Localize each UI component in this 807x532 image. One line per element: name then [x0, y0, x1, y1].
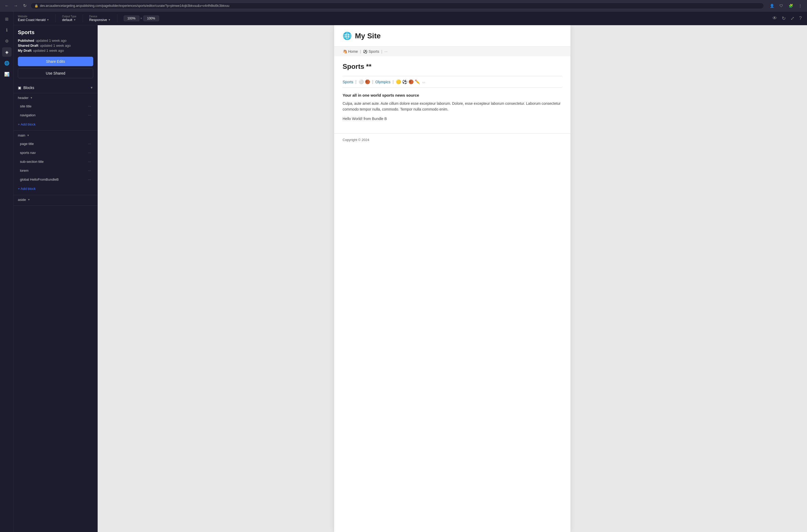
header-group-chevron-icon: ▼ — [30, 96, 33, 99]
share-edits-button[interactable]: Share Edits — [18, 57, 93, 66]
shared-draft-label: Shared Draft — [18, 43, 38, 48]
subsection-title: Your all in one world sports news source — [343, 93, 562, 97]
left-panel: Sports Published updated 1 week ago Shar… — [14, 25, 98, 532]
content-page-title: Sports ** — [343, 62, 562, 71]
page-name: Sports — [18, 30, 93, 35]
sports-nav-more[interactable]: ··· — [422, 80, 425, 84]
device-label: Device — [89, 15, 111, 18]
sports-nav-block[interactable]: sports nav ··· — [16, 148, 95, 157]
device-value[interactable]: Responsive ▼ — [89, 18, 111, 22]
aside-group-label: aside — [18, 198, 26, 202]
site-title-text: My Site — [355, 32, 381, 40]
width-input[interactable] — [124, 16, 139, 21]
sports-nav-link-sports[interactable]: Sports — [343, 80, 353, 84]
lorem-menu-icon[interactable]: ··· — [88, 168, 91, 172]
header-block-group: header ▼ site title ··· navigation ··· — [14, 93, 97, 131]
aside-group-header[interactable]: aside ▼ — [14, 195, 97, 203]
sub-section-title-block[interactable]: sub-section title ··· — [16, 157, 95, 166]
aside-group-chevron-icon: ▼ — [27, 198, 30, 201]
navigation-label: navigation — [20, 113, 35, 117]
blocks-section: ▣ Blocks ▼ header ▼ site title · — [14, 82, 97, 206]
website-value[interactable]: East Coast Herald ▼ — [18, 18, 49, 22]
sidebar-components-btn[interactable]: ◈ — [2, 47, 12, 57]
sports-nav-link-olympics[interactable]: Olympics — [376, 80, 391, 84]
sub-section-title-label: sub-section title — [20, 160, 43, 164]
sports-nav-menu-icon[interactable]: ··· — [88, 150, 91, 155]
device-selector[interactable]: Device Responsive ▼ — [89, 15, 111, 22]
olympics-icons-group: 🟡 ⚽ 🏀 ✏️ — [396, 79, 420, 84]
sports-icon-2: 🏀 — [365, 79, 370, 84]
shared-draft-status: Shared Draft updated 1 week ago — [18, 43, 93, 48]
home-icon: 🐴 — [343, 50, 347, 54]
aside-block-group: aside ▼ — [14, 195, 97, 206]
content-area: Sports Published updated 1 week ago Shar… — [14, 25, 807, 532]
main-add-block[interactable]: + Add block — [14, 185, 97, 193]
sub-section-title-menu-icon[interactable]: ··· — [88, 159, 91, 164]
global-hello-block[interactable]: global HelloFromBundleB ··· — [16, 175, 95, 184]
breadcrumb-sports-label: Sports — [369, 50, 379, 54]
site-title-menu-icon[interactable]: ··· — [88, 104, 91, 108]
page-info-section: Sports Published updated 1 week ago Shar… — [14, 25, 97, 82]
published-label: Published — [18, 39, 34, 42]
sidebar-analytics-btn[interactable]: 📊 — [2, 69, 12, 79]
shared-draft-value: updated 1 week ago — [40, 43, 71, 48]
output-type-value[interactable]: default ▼ — [62, 18, 76, 22]
global-hello-menu-icon[interactable]: ··· — [88, 177, 91, 182]
toolbar-actions: 👁 ↻ ⤢ ? — [771, 15, 803, 22]
use-shared-button[interactable]: Use Shared — [18, 68, 93, 78]
sports-nav-sep-2: | — [372, 80, 373, 84]
help-button[interactable]: ? — [798, 15, 803, 22]
refresh-preview-button[interactable]: ↻ — [781, 15, 787, 22]
shield-button[interactable]: 🛡 — [777, 2, 785, 10]
breadcrumb-more[interactable]: ··· — [384, 50, 387, 54]
my-draft-status: My Draft updated 1 week ago — [18, 49, 93, 53]
url-bar[interactable]: 🔒 dev.arcaudiencetargeting.arcpublishing… — [31, 3, 764, 9]
navigation-block[interactable]: navigation ··· — [16, 111, 95, 119]
lorem-text: Culpa, aute amet aute. Aute cillum dolor… — [343, 100, 562, 112]
main-add-block-label: + Add block — [18, 187, 36, 191]
sports-nav-label: sports nav — [20, 151, 36, 155]
header-add-block[interactable]: + Add block — [14, 120, 97, 128]
navigation-menu-icon[interactable]: ··· — [88, 113, 91, 117]
blocks-label: Blocks — [23, 86, 34, 90]
published-status: Published updated 1 week ago — [18, 39, 93, 42]
preview-area: 🌐 My Site 🐴 Home | ⚽ Sports — [98, 25, 807, 532]
main-group-chevron-icon: ▼ — [27, 134, 30, 137]
lock-icon: 🔒 — [34, 4, 38, 7]
output-type-label: Output Type — [62, 15, 76, 18]
sidebar-settings-btn[interactable]: ⚙ — [2, 36, 12, 46]
header-group-label: header — [18, 96, 28, 100]
lorem-block[interactable]: lorem ··· — [16, 166, 95, 175]
fullscreen-button[interactable]: ⤢ — [789, 15, 795, 22]
my-draft-label: My Draft — [18, 49, 32, 53]
sidebar-layout-btn[interactable]: ⊞ — [2, 14, 12, 24]
site-logo-icon: 🌐 — [343, 32, 352, 40]
site-title-block[interactable]: site title ··· — [16, 102, 95, 110]
output-chevron-icon: ▼ — [73, 18, 76, 21]
profile-button[interactable]: 👤 — [768, 2, 775, 10]
dimension-inputs: × — [124, 16, 159, 21]
output-type-selector[interactable]: Output Type default ▼ — [62, 15, 76, 22]
page-title-block[interactable]: page title ··· — [16, 139, 95, 148]
url-text: dev.arcaudiencetargeting.arcpublishing.c… — [40, 4, 229, 7]
height-input[interactable] — [143, 16, 159, 21]
blocks-header[interactable]: ▣ Blocks ▼ — [14, 82, 97, 93]
dimension-x: × — [140, 17, 142, 20]
refresh-button[interactable]: ↻ — [21, 2, 28, 10]
header-group-header[interactable]: header ▼ — [14, 93, 97, 101]
sidebar-globe-btn[interactable]: 🌐 — [2, 58, 12, 68]
back-button[interactable]: ← — [3, 2, 11, 10]
breadcrumb-home: 🐴 Home — [343, 50, 358, 54]
website-selector[interactable]: Website East Coast Herald ▼ — [18, 15, 49, 22]
more-button[interactable]: ⋮ — [796, 2, 804, 10]
website-chevron-icon: ▼ — [47, 18, 49, 21]
extensions-button[interactable]: 🧩 — [787, 2, 794, 10]
blocks-icon: ▣ — [18, 86, 21, 90]
preview-toggle-button[interactable]: 👁 — [771, 15, 778, 22]
page-title-menu-icon[interactable]: ··· — [88, 141, 91, 146]
breadcrumb-sep-1: | — [360, 50, 361, 54]
main-group-header[interactable]: main ▼ — [14, 131, 97, 139]
browser-actions: 👤 🛡 🧩 ⋮ — [768, 2, 804, 10]
forward-button[interactable]: → — [12, 2, 19, 10]
sidebar-info-btn[interactable]: ℹ — [2, 25, 12, 35]
